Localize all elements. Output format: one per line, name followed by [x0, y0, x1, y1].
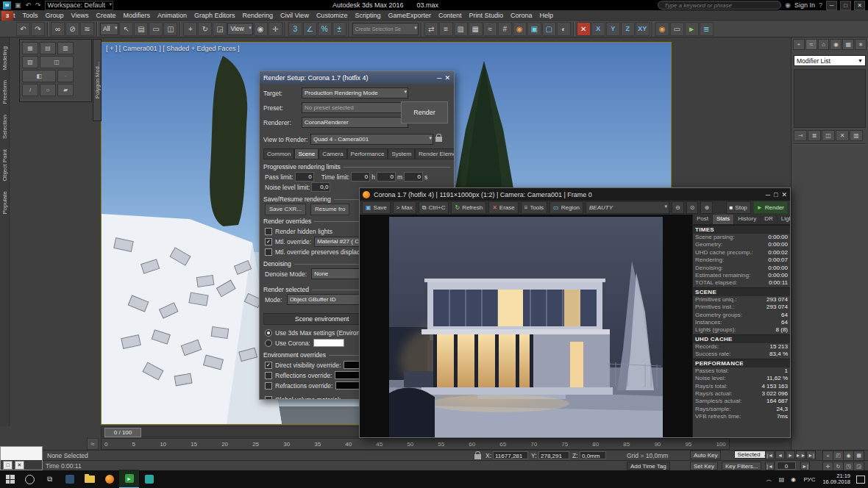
- menu-item[interactable]: Help: [536, 12, 558, 19]
- taskbar-file-explorer[interactable]: [79, 470, 99, 488]
- play-button[interactable]: ►: [786, 451, 795, 459]
- ribbon-tab[interactable]: Object Paint: [1, 149, 8, 182]
- next-frame-button[interactable]: ►►: [796, 451, 805, 459]
- modify-tab-icon[interactable]: ≈: [805, 39, 817, 50]
- vfb-stop-button[interactable]: ■Stop: [726, 201, 751, 214]
- toolbox-border-icon[interactable]: ○: [40, 84, 56, 96]
- language-indicator[interactable]: РУС: [799, 470, 819, 488]
- modifier-stack[interactable]: [794, 69, 866, 128]
- vfb-tab-lightmix[interactable]: LightMix: [778, 215, 790, 224]
- vfb-tab-stats[interactable]: Stats: [713, 215, 734, 224]
- toolbox-grid3-icon[interactable]: ▥: [57, 42, 74, 54]
- vfb-zoom-in-icon[interactable]: ⊕: [700, 201, 713, 214]
- tray-expand-button[interactable]: ︿: [762, 470, 775, 488]
- reflections-override-checkbox[interactable]: [265, 372, 272, 379]
- use-corona-radio[interactable]: [265, 340, 272, 347]
- select-move-icon[interactable]: +: [183, 22, 197, 36]
- modifier-list-dropdown[interactable]: Modifier List ▼: [794, 55, 866, 66]
- x-coord-field[interactable]: 11677,281: [493, 451, 528, 459]
- curve-editor-icon[interactable]: ≈: [483, 22, 497, 36]
- toolbox-grid2-icon[interactable]: ▤: [40, 42, 56, 54]
- render-setup-icon[interactable]: ▣: [527, 22, 541, 36]
- snap-3d-icon[interactable]: 3: [288, 22, 302, 36]
- taskbar-app-max[interactable]: [139, 470, 159, 488]
- polygon-modeling-panel[interactable]: Polygon Mod...: [93, 39, 102, 121]
- render-last-icon[interactable]: ►: [685, 22, 699, 36]
- vfb-erase-button[interactable]: ✕Erase: [488, 201, 519, 214]
- search-input[interactable]: [658, 1, 781, 10]
- corona-env-color-swatch[interactable]: [313, 339, 344, 347]
- prev-frame-button[interactable]: ◄: [775, 451, 785, 459]
- renderer-dropdown[interactable]: CoronaRenderer: [302, 117, 408, 128]
- select-scale-icon[interactable]: ◲: [213, 22, 227, 36]
- noise-limit-spinner[interactable]: 0,0: [311, 182, 330, 192]
- mirror-icon[interactable]: ⇄: [424, 22, 438, 36]
- percent-snap-icon[interactable]: %: [318, 22, 332, 36]
- restore-icon[interactable]: □: [3, 461, 13, 470]
- window-crossing-icon[interactable]: ◫: [163, 22, 177, 36]
- pass-limit-spinner[interactable]: 0: [295, 172, 314, 182]
- layer-manager-icon[interactable]: ▥: [454, 22, 468, 36]
- action-center-button[interactable]: [853, 470, 868, 488]
- ribbon-tab[interactable]: Selection: [1, 115, 8, 139]
- menu-item[interactable]: Rendering: [239, 12, 277, 19]
- select-object-icon[interactable]: ↖: [119, 22, 133, 36]
- ribbon-tab[interactable]: Populate: [1, 191, 8, 215]
- auto-key-button[interactable]: Auto Key: [690, 451, 721, 459]
- menu-item[interactable]: Animation: [154, 12, 191, 19]
- help-icon[interactable]: ?: [818, 1, 823, 9]
- vfb-region-button[interactable]: ▭Region: [549, 201, 583, 214]
- ribbon-tab[interactable]: Modeling: [1, 46, 8, 70]
- redo-quick-icon[interactable]: ↷: [35, 1, 42, 9]
- sign-in-link[interactable]: Sign In: [794, 1, 815, 9]
- show-end-result-icon[interactable]: ≣: [808, 130, 821, 141]
- viewport-label[interactable]: [ + ] [ Camera001 ] [ Shaded + Edged Fac…: [106, 45, 240, 52]
- direct-visibility-checkbox[interactable]: ✓: [265, 362, 272, 369]
- render-setup-titlebar[interactable]: Render Setup: Corona 1.7 (hotfix 4) ─ ✕: [260, 71, 454, 84]
- menu-item[interactable]: Civil View: [277, 12, 313, 19]
- vfb-close-icon[interactable]: ✕: [781, 191, 787, 198]
- mini-curve-editor-button[interactable]: ≈: [87, 438, 99, 450]
- tray-volume-icon[interactable]: ◉: [787, 470, 799, 488]
- tab-render-elements[interactable]: Render Elements: [415, 148, 454, 159]
- select-link-icon[interactable]: ∞: [51, 22, 65, 36]
- go-start-button[interactable]: |◄: [765, 451, 775, 459]
- select-by-name-icon[interactable]: ▤: [134, 22, 148, 36]
- save-cxr-button[interactable]: Save CXR...: [265, 204, 306, 215]
- time-slider-handle[interactable]: 0 / 100: [104, 428, 141, 437]
- current-frame-field[interactable]: 0: [777, 462, 796, 470]
- align-icon[interactable]: ≡: [439, 22, 453, 36]
- vfb-channel-dropdown[interactable]: BEAUTY: [586, 201, 669, 214]
- tab-scene[interactable]: Scene: [294, 148, 319, 159]
- display-tab-icon[interactable]: ▦: [842, 39, 854, 50]
- render-button[interactable]: Render: [401, 101, 448, 123]
- taskbar-clock[interactable]: 21:19 16.09.2018: [819, 473, 853, 485]
- refractions-override-checkbox[interactable]: [265, 382, 272, 390]
- tab-camera[interactable]: Camera: [319, 148, 346, 159]
- menu-item[interactable]: Customize: [313, 12, 352, 19]
- taskbar-app-firefox[interactable]: [99, 470, 119, 488]
- max-file-menu-icon[interactable]: 3: [1, 11, 13, 21]
- ribbon-tab[interactable]: Freeform: [1, 80, 8, 104]
- state-sets-icon[interactable]: ≣: [700, 22, 714, 36]
- vfb-image-area[interactable]: [360, 215, 692, 437]
- configure-sets-icon[interactable]: ▥: [850, 130, 863, 141]
- axis-xy-button[interactable]: XY: [636, 22, 650, 36]
- app-logo-icon[interactable]: M: [3, 1, 11, 10]
- dialog-minimize-icon[interactable]: ─: [437, 74, 441, 82]
- menu-item[interactable]: Tools: [19, 12, 42, 19]
- render-production-icon[interactable]: ◉: [655, 22, 669, 36]
- material-editor-icon[interactable]: ◉: [513, 22, 527, 36]
- tab-performance[interactable]: Performance: [347, 148, 388, 159]
- add-time-tag[interactable]: Add Time Tag: [627, 462, 670, 470]
- tray-network-icon[interactable]: ▤: [775, 470, 787, 488]
- zoom-icon[interactable]: +: [822, 451, 833, 461]
- render-hidden-lights-checkbox[interactable]: [265, 228, 272, 235]
- vfb-zoom-out-icon[interactable]: ⊖: [672, 201, 684, 214]
- preset-dropdown[interactable]: No preset selected: [302, 102, 408, 113]
- mtl-override-checkbox[interactable]: ✓: [265, 238, 272, 245]
- render-iterative-icon[interactable]: ◐: [557, 22, 571, 36]
- menu-item[interactable]: Modifiers: [119, 12, 154, 19]
- save-icon[interactable]: ▣: [14, 1, 22, 9]
- vfb-tab-post[interactable]: Post: [693, 215, 713, 224]
